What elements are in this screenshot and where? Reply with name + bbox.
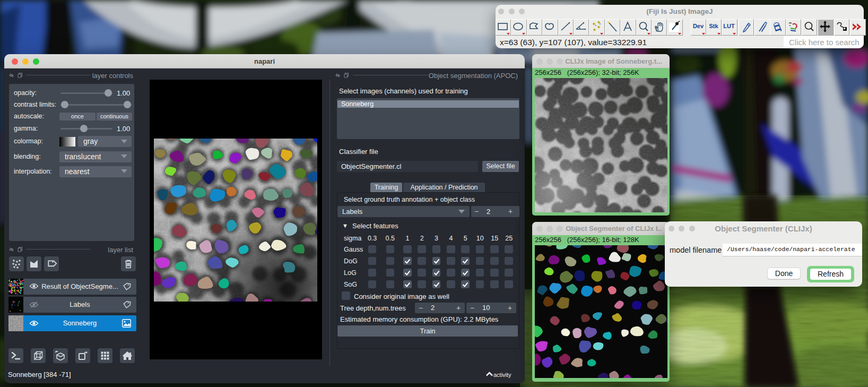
svg-text:Dev: Dev bbox=[692, 23, 704, 29]
svg-text:Stk: Stk bbox=[709, 23, 718, 29]
svg-text:LUT: LUT bbox=[724, 23, 735, 29]
